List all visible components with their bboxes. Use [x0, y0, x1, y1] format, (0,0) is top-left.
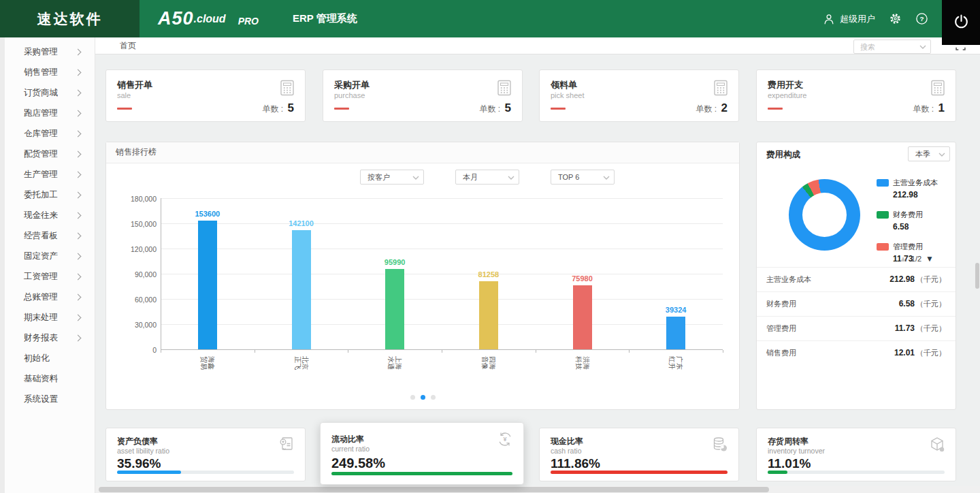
coins-icon: [711, 436, 729, 454]
sidebar-item-财务报表[interactable]: 财务报表: [5, 328, 94, 348]
grid-line: [161, 198, 723, 199]
expense-row-value: 6.58（千元）: [899, 292, 946, 316]
horizontal-scrollbar-thumb[interactable]: [99, 487, 769, 492]
bar-value-label: 142100: [271, 219, 332, 227]
sidebar-item-经营看板[interactable]: 经营看板: [5, 225, 94, 246]
expense-row-number: 6.58: [899, 299, 915, 308]
sidebar-menu: 采购管理销售管理订货商城跑店管理仓库管理配货管理生产管理委托加工现金往来经营看板…: [5, 42, 94, 409]
help-icon[interactable]: ?: [915, 12, 928, 25]
expense-row: 管理费用11.73（千元）: [757, 316, 956, 340]
sidebar-item-总账管理[interactable]: 总账管理: [5, 287, 94, 307]
caret-up-icon[interactable]: ▲: [899, 254, 907, 264]
bar-北京正飞[interactable]: [292, 230, 311, 349]
period-select[interactable]: 本季: [908, 146, 950, 161]
sidebar-item-现金往来[interactable]: 现金往来: [5, 205, 94, 225]
chevron-down-icon: [938, 153, 945, 157]
sidebar-scrollbar[interactable]: [0, 37, 5, 493]
progress-fill: [551, 471, 728, 474]
y-axis-tick-label: 60,000: [117, 296, 157, 304]
legend-entry[interactable]: 主营业务成本212.98: [877, 176, 938, 200]
expense-row: 销售费用12.01（千元）: [757, 340, 956, 365]
gear-icon[interactable]: [889, 12, 902, 25]
grid-line: [161, 299, 723, 300]
search-input[interactable]: [859, 41, 915, 53]
sidebar-item-固定资产[interactable]: 固定资产: [5, 246, 94, 266]
stat-card-count: 单数 : 5: [263, 101, 294, 115]
stat-card[interactable]: 领料单pick sheet单数 : 2: [539, 69, 739, 122]
sidebar-item-跑店管理[interactable]: 跑店管理: [5, 103, 94, 123]
sidebar-item-委托加工[interactable]: 委托加工: [5, 185, 94, 205]
carousel-dot[interactable]: [431, 395, 436, 400]
sidebar-item-label: 经营看板: [24, 230, 58, 242]
y-axis-tick-label: 30,000: [117, 321, 157, 329]
sidebar-item-label: 期末处理: [24, 312, 58, 323]
ratio-card-value: 35.96%: [117, 456, 161, 471]
sidebar-item-订货商城[interactable]: 订货商城: [5, 82, 94, 103]
search-select[interactable]: [853, 39, 931, 54]
legend-label: 主营业务成本: [893, 178, 938, 187]
chevron-down-icon: [412, 176, 419, 180]
chevron-right-icon: [75, 69, 82, 76]
progress-track: [117, 471, 294, 474]
caret-down-icon[interactable]: ▼: [926, 254, 934, 264]
ratio-card-title: 存货周转率: [768, 436, 808, 447]
period-filter-select[interactable]: 本月: [455, 170, 519, 185]
carousel-dot[interactable]: [421, 395, 425, 400]
expense-row: 主营业务成本212.98（千元）: [757, 267, 956, 291]
sidebar-item-仓库管理[interactable]: 仓库管理: [5, 123, 94, 144]
ratio-card-现金比率[interactable]: 现金比率cash ratio111.86%: [539, 428, 739, 481]
expense-row: 财务费用6.58（千元）: [757, 291, 956, 316]
horizontal-scrollbar[interactable]: [0, 486, 980, 493]
sidebar-item-工资管理[interactable]: 工资管理: [5, 266, 94, 287]
chevron-right-icon: [75, 335, 82, 342]
bar-上海水通[interactable]: [385, 269, 404, 349]
bar-四海音像[interactable]: [479, 281, 498, 349]
sidebar-item-label: 订货商城: [24, 87, 58, 99]
legend-entry[interactable]: 财务费用6.58: [877, 208, 938, 232]
legend-swatch: [877, 211, 889, 219]
product-name: A50: [158, 8, 194, 29]
expense-row-label: 销售费用: [766, 341, 796, 365]
stat-card[interactable]: 销售开单sale单数 : 5: [105, 69, 306, 122]
logout-power-button[interactable]: [942, 0, 980, 45]
vertical-scrollbar-thumb[interactable]: [975, 263, 979, 289]
ratio-card-value: 249.58%: [331, 456, 385, 471]
top-filter-select[interactable]: TOP 6: [551, 170, 615, 185]
sidebar-item-系统设置[interactable]: 系统设置: [5, 389, 94, 409]
ratio-card-流动比率[interactable]: 流动比率current ratio249.58%¥: [320, 422, 524, 485]
y-axis-tick-label: 150,000: [117, 220, 157, 228]
stat-card[interactable]: 费用开支expenditure单数 : 1: [756, 69, 956, 122]
sidebar-item-生产管理[interactable]: 生产管理: [5, 164, 94, 185]
count-value: 2: [721, 101, 728, 114]
sidebar-item-配货管理[interactable]: 配货管理: [5, 144, 94, 164]
sidebar-item-销售管理[interactable]: 销售管理: [5, 62, 94, 82]
ratio-card-subtitle: cash ratio: [551, 447, 582, 455]
ratio-card-存货周转率[interactable]: 存货周转率inventory turnover11.01%: [756, 428, 956, 481]
user-menu[interactable]: 超级用户: [823, 13, 875, 25]
app-logo: 速达软件: [0, 0, 140, 37]
user-name: 超级用户: [840, 13, 875, 25]
bar-海鑫贸易[interactable]: [198, 221, 217, 349]
sidebar-item-初始化[interactable]: 初始化: [5, 348, 94, 368]
bar-洪海科技[interactable]: [573, 285, 592, 349]
sidebar-item-label: 跑店管理: [24, 108, 58, 119]
carousel-dot[interactable]: [410, 395, 415, 400]
stat-card[interactable]: 采购开单purchase单数 : 5: [323, 69, 523, 122]
stat-card-subtitle: pick sheet: [551, 91, 585, 99]
chevron-right-icon: [75, 151, 82, 158]
sidebar-item-期末处理[interactable]: 期末处理: [5, 307, 94, 328]
sidebar-item-采购管理[interactable]: 采购管理: [5, 42, 94, 62]
legend-entry-top: 管理费用: [877, 240, 938, 253]
tab-home[interactable]: 首页: [113, 37, 143, 54]
expense-row-unit: （千元）: [916, 349, 946, 357]
ratio-card-资产负债率[interactable]: 资产负债率asset libility ratio35.96%: [105, 428, 306, 481]
y-axis-tick-label: 120,000: [117, 245, 157, 253]
sidebar-item-label: 财务报表: [24, 332, 58, 344]
expense-row-number: 12.01: [894, 348, 915, 357]
bar-广东红升[interactable]: [666, 317, 685, 349]
ratio-card-subtitle: current ratio: [331, 445, 370, 453]
chevron-right-icon: [75, 49, 82, 56]
sidebar-item-基础资料[interactable]: 基础资料: [5, 368, 94, 389]
customer-filter-select[interactable]: 按客户: [360, 170, 424, 185]
stat-card-title: 费用开支: [768, 79, 803, 91]
